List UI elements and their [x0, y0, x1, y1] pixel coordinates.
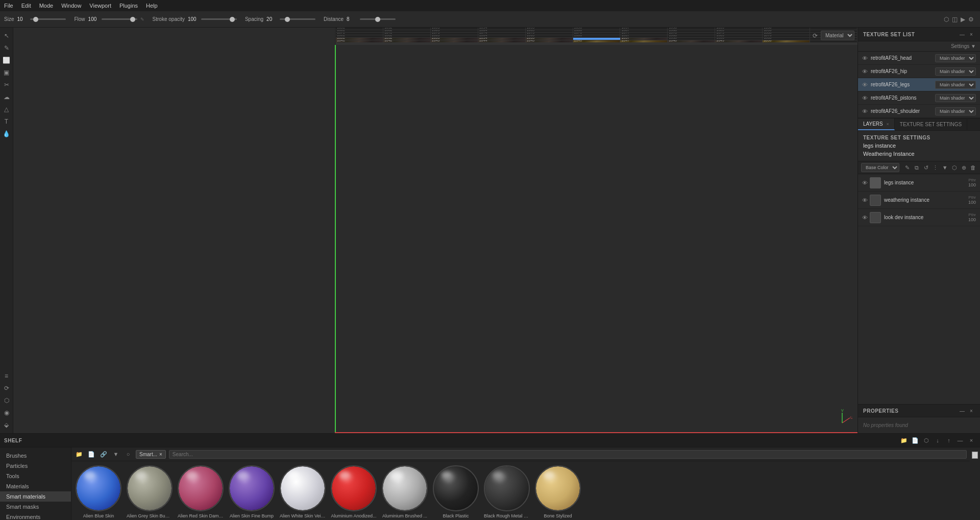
eye-icon-layer-lookdev[interactable]: 👁 [862, 215, 868, 221]
menu-viewport[interactable]: Viewport [89, 3, 111, 9]
shelf-category-close[interactable]: × [159, 452, 162, 457]
toolbar-icon-1[interactable]: ⬡ [944, 16, 949, 23]
distance-slider[interactable] [360, 18, 396, 20]
layer-tool-copy[interactable]: ⧉ [913, 163, 921, 172]
sidebar-icon-clone[interactable]: ✂ [2, 80, 12, 90]
shelf-item-alien-red[interactable]: Alien Red Skin Dama... [178, 465, 224, 518]
sidebar-icon-pick[interactable]: 💧 [2, 129, 12, 139]
flow-slider[interactable] [102, 18, 137, 20]
layer-tool-delete[interactable]: 🗑 [970, 163, 977, 172]
layer-tool-down[interactable]: ▼ [941, 163, 949, 172]
shelf-circle-icon[interactable]: ○ [124, 450, 133, 459]
shelf-category-tag[interactable]: Smart... × [136, 450, 166, 459]
texture-set-item-legs[interactable]: 👁 retrofitAF26_legs Main shader [858, 78, 980, 91]
sidebar-icon-layers[interactable]: ≡ [2, 371, 12, 381]
texture-set-list-close[interactable]: × [968, 31, 975, 38]
layer-item-weathering[interactable]: 👁 weathering instance Pthr 100 [858, 192, 980, 209]
shelf-nav-brushes[interactable]: Brushes [0, 451, 71, 461]
shader-dropdown-shoulder[interactable]: Main shader [935, 107, 976, 115]
toolbar-icon-3[interactable]: ▶ [961, 16, 965, 23]
shelf-minimize[interactable]: — [955, 436, 965, 445]
toolbar-icon-2[interactable]: ◫ [952, 16, 958, 23]
eye-icon-legs[interactable]: 👁 [862, 82, 868, 88]
toolbar-icon-4[interactable]: ⚙ [968, 16, 974, 23]
sidebar-icon-history[interactable]: ⟳ [2, 383, 12, 393]
eye-icon-layer-weathering[interactable]: 👁 [862, 197, 868, 203]
sidebar-icon-smudge[interactable]: ☁ [2, 92, 12, 102]
layer-mode-select[interactable]: Base Color [861, 163, 899, 172]
shelf-item-alien-grey[interactable]: Alien Grey Skin Bump... [127, 465, 173, 518]
shelf-nav-tools[interactable]: Tools [0, 471, 71, 481]
layer-tool-add[interactable]: ⊕ [960, 163, 968, 172]
shelf-item-black-plastic[interactable]: Black Plastic [433, 465, 479, 518]
sidebar-icon-mesh[interactable]: ⬙ [2, 420, 12, 430]
layer-tool-more[interactable]: ⋮ [932, 163, 940, 172]
sidebar-icon-erase[interactable]: ⬜ [2, 55, 12, 65]
shelf-nav-environments[interactable]: Environments [0, 512, 71, 520]
shelf-nav-particles[interactable]: Particles [0, 461, 71, 471]
shelf-item-alu-anodized[interactable]: Aluminium Anodized... [331, 465, 377, 518]
menu-help[interactable]: Help [146, 3, 158, 9]
shader-dropdown-head[interactable]: Main shader [935, 54, 976, 62]
eye-icon-shoulder[interactable]: 👁 [862, 108, 868, 114]
shelf-filter-icon[interactable]: ▼ [111, 450, 120, 459]
shelf-search-input[interactable] [169, 450, 967, 459]
properties-minimize[interactable]: — [959, 407, 966, 414]
shelf-link-icon[interactable]: 🔗 [99, 450, 108, 459]
shelf-item-alien-white[interactable]: Alien White Skin Veined [280, 465, 326, 518]
shelf-nav-smart-masks[interactable]: Smart masks [0, 502, 71, 512]
uv-mode-select[interactable]: Material [821, 31, 854, 40]
shelf-item-alien-skin[interactable]: Alien Skin Fine Bump [229, 465, 275, 518]
shelf-folder-icon[interactable]: 📁 [75, 450, 84, 459]
tab-layers[interactable]: LAYERS × [858, 119, 895, 130]
shelf-nav-smart-materials[interactable]: Smart materials [0, 491, 71, 502]
shelf-item-alu-brushed[interactable]: Aluminium Brushed ... [382, 465, 428, 518]
sidebar-icon-fill[interactable]: ▣ [2, 67, 12, 78]
stroke-slider[interactable] [201, 18, 237, 20]
layer-tool-rotate[interactable]: ↺ [922, 163, 930, 172]
texture-set-item-shoulder[interactable]: 👁 retrofitAF26_shoulder Main shader [858, 105, 980, 118]
shelf-icon-import[interactable]: ↓ [933, 436, 942, 445]
uv-refresh-icon[interactable]: ⟳ [813, 32, 818, 39]
shader-dropdown-hip[interactable]: Main shader [935, 67, 976, 76]
shelf-close[interactable]: × [967, 436, 976, 445]
shader-dropdown-legs[interactable]: Main shader [935, 81, 976, 89]
menu-file[interactable]: File [4, 3, 13, 9]
layer-item-lookdev[interactable]: 👁 look dev instance Pthr 100 [858, 209, 980, 226]
eye-icon-hip[interactable]: 👁 [862, 68, 868, 75]
size-slider[interactable] [30, 18, 66, 20]
shelf-icon-export[interactable]: ↑ [944, 436, 953, 445]
layer-tool-hex[interactable]: ⬡ [951, 163, 959, 172]
shelf-icon-bookmark[interactable]: ⬡ [922, 436, 931, 445]
layer-tool-edit[interactable]: ✎ [903, 163, 911, 172]
sidebar-icon-uv[interactable]: ⬡ [2, 395, 12, 406]
eye-icon-head[interactable]: 👁 [862, 55, 868, 61]
menu-edit[interactable]: Edit [21, 3, 31, 9]
shelf-item-alien-blue[interactable]: Alien Blue Skin [76, 465, 121, 518]
texture-set-item-pistons[interactable]: 👁 retrofitAF26_pistons Main shader [858, 91, 980, 105]
shelf-item-bone[interactable]: Bone Stylized [535, 465, 581, 518]
eye-icon-layer-legs[interactable]: 👁 [862, 180, 868, 186]
shelf-new-icon[interactable]: 📄 [87, 450, 96, 459]
menu-window[interactable]: Window [61, 3, 81, 9]
spacing-slider[interactable] [280, 18, 315, 20]
menu-plugins[interactable]: Plugins [119, 3, 138, 9]
settings-dropdown[interactable]: Settings ▼ [951, 43, 976, 49]
sidebar-icon-render[interactable]: ◉ [2, 408, 12, 418]
sidebar-icon-brush[interactable]: ✎ [2, 43, 12, 53]
shelf-item-black-metal[interactable]: Black Rough Metal D... [484, 465, 530, 518]
shelf-icon-new[interactable]: 📄 [911, 436, 920, 445]
eye-icon-pistons[interactable]: 👁 [862, 95, 868, 101]
shelf-nav-materials[interactable]: Materials [0, 481, 71, 491]
texture-set-item-hip[interactable]: 👁 retrofitAF26_hip Main shader [858, 65, 980, 78]
sidebar-icon-text[interactable]: T [2, 116, 12, 127]
shader-dropdown-pistons[interactable]: Main shader [935, 94, 976, 102]
shelf-icon-folder[interactable]: 📁 [899, 436, 909, 445]
layer-item-legs[interactable]: 👁 legs instance Pthr 100 [858, 174, 980, 192]
menu-mode[interactable]: Mode [39, 3, 54, 9]
tab-texture-set-settings[interactable]: TEXTURE SET SETTINGS [895, 119, 968, 130]
properties-close[interactable]: × [968, 407, 975, 414]
sidebar-icon-cursor[interactable]: ↖ [2, 31, 12, 41]
texture-set-item-head[interactable]: 👁 retrofitAF26_head Main shader [858, 52, 980, 65]
tab-layers-close[interactable]: × [887, 122, 889, 127]
